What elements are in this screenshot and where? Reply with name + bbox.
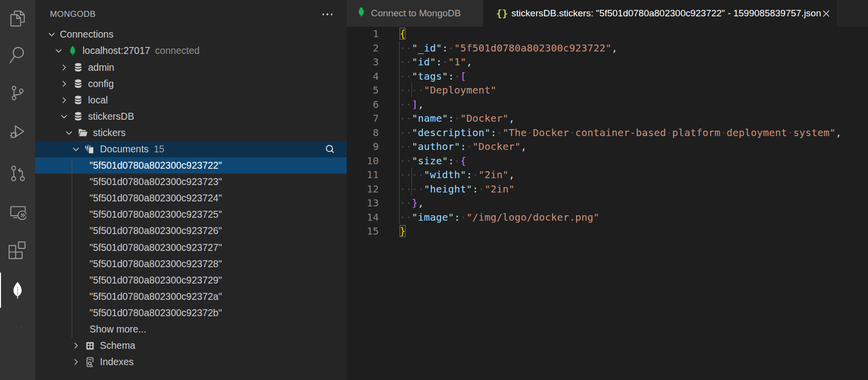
tree-item-5f501d0780a802300c923726[interactable]: "5f501d0780a802300c923726": [35, 223, 347, 239]
mongodb-leaf-icon: [358, 6, 365, 20]
code-line-12: ····"height":·"2in": [400, 182, 842, 196]
tree-item-label: "5f501d0780a802300c923727": [90, 242, 222, 253]
code-content[interactable]: {··"_id":·"5f501d0780a802300c923722",··"…: [400, 27, 842, 238]
tree-item-5f501d0780a802300c92372b[interactable]: "5f501d0780a802300c92372b": [35, 305, 347, 321]
whitespace-dots: ·: [454, 155, 460, 167]
line-number: 4: [347, 69, 379, 84]
mongodb-icon[interactable]: [8, 282, 26, 299]
tree-item-5f501d0780a802300c92372a[interactable]: "5f501d0780a802300c92372a": [35, 288, 347, 305]
token-key: "id": [411, 56, 436, 68]
line-number: 13: [347, 196, 379, 210]
tree-item-label: "5f501d0780a802300c923728": [90, 258, 222, 270]
whitespace-dots: ·: [472, 169, 478, 181]
tree-item-5f501d0780a802300c923729[interactable]: "5f501d0780a802300c923729": [35, 272, 347, 288]
token-pun: :: [466, 169, 472, 181]
tree-item-indexes[interactable]: Indexes: [35, 354, 347, 370]
mongodb-sidebar: MONGODB Connectionslocalhost:27017connec…: [35, 0, 347, 380]
database-icon: [73, 79, 83, 89]
whitespace-dots: ··: [400, 141, 411, 152]
token-key: "name": [411, 112, 448, 124]
whitespace-dots: ·: [569, 127, 575, 139]
more-actions-icon[interactable]: [322, 12, 336, 17]
extensions-icon[interactable]: [8, 241, 26, 259]
tab-bar: Connect to MongoDB {} stickersDB.sticker…: [347, 0, 868, 27]
tree-item-admin[interactable]: admin: [35, 59, 347, 75]
tree-item-5f501d0780a802300c923727[interactable]: "5f501d0780a802300c923727": [35, 239, 347, 256]
tree-item-label: Schema: [100, 340, 136, 351]
token-pun: :: [442, 42, 448, 54]
code-line-5: ····"Deployment": [400, 83, 842, 97]
tree-item-config[interactable]: config: [35, 76, 347, 92]
token-str: "2in": [484, 183, 514, 195]
token-str: "2in": [478, 169, 508, 181]
tab-connect-to-mongodb[interactable]: Connect to MongoDB: [347, 0, 483, 27]
search-icon[interactable]: [8, 47, 26, 64]
chevron-down-icon[interactable]: [71, 144, 81, 154]
token-str: deployment: [727, 127, 787, 139]
tree-item-stickersdb[interactable]: stickersDB: [35, 108, 347, 125]
tree-item-label: "5f501d0780a802300c923724": [90, 192, 222, 204]
chevron-right-icon[interactable]: [59, 95, 69, 105]
token-key: "author": [411, 141, 460, 152]
editor-group: Connect to MongoDB {} stickersDB.sticker…: [347, 0, 868, 380]
tree-item-localhost-27017[interactable]: localhost:27017connected: [35, 43, 347, 59]
chevron-right-icon[interactable]: [71, 341, 81, 351]
chevron-right-icon[interactable]: [59, 62, 69, 72]
chevron-down-icon[interactable]: [59, 111, 69, 121]
tree-item-documents[interactable]: Documents15: [35, 141, 347, 157]
line-number: 3: [347, 55, 379, 69]
schema-icon: [85, 341, 95, 351]
indent-guide: [399, 41, 400, 225]
tree-item-schema[interactable]: Schema: [35, 337, 347, 354]
tree-item-stickers[interactable]: stickers: [35, 125, 347, 141]
token-pun: ,: [418, 98, 424, 110]
tree-item-label: admin: [88, 62, 114, 73]
chevron-down-icon[interactable]: [46, 30, 56, 40]
token-b2: [: [460, 70, 466, 82]
token-key: "image": [411, 211, 454, 223]
line-number: 12: [347, 182, 379, 196]
whitespace-dots: ··: [400, 127, 411, 139]
remote-explorer-icon[interactable]: [8, 203, 26, 221]
line-number: 2: [347, 41, 379, 55]
documents-count: 15: [154, 143, 165, 155]
whitespace-dots: ·: [460, 211, 466, 223]
tree-item-show-more[interactable]: Show more...: [35, 321, 347, 337]
code-line-4: ··"tags":·[: [400, 69, 842, 84]
tree-item-5f501d0780a802300c923725[interactable]: "5f501d0780a802300c923725": [35, 206, 347, 223]
whitespace-dots: ·: [466, 141, 472, 152]
chevron-down-icon[interactable]: [53, 46, 63, 56]
indent-guide: [411, 83, 412, 97]
token-str: container-based: [575, 127, 666, 139]
tree-item-label: "5f501d0780a802300c923729": [90, 275, 222, 286]
indent-guide: [411, 168, 412, 196]
explorer-icon[interactable]: [8, 9, 26, 27]
token-pun: :: [448, 70, 454, 82]
token-str: Docker: [533, 127, 569, 139]
tree-item-5f501d0780a802300c923722[interactable]: "5f501d0780a802300c923722": [35, 157, 347, 174]
close-icon[interactable]: [822, 9, 830, 18]
chevron-right-icon[interactable]: [59, 79, 69, 89]
tree-item-connections[interactable]: Connections: [35, 26, 347, 43]
tab-stickers-json[interactable]: {} stickersDB.stickers: "5f501d0780a8023…: [483, 0, 837, 27]
chevron-right-icon[interactable]: [71, 357, 81, 367]
tree-item-label: Indexes: [100, 356, 134, 368]
token-str: "1": [448, 56, 466, 68]
search-icon[interactable]: [324, 143, 336, 155]
tree-item-5f501d0780a802300c923724[interactable]: "5f501d0780a802300c923724": [35, 190, 347, 206]
tree-item-5f501d0780a802300c923723[interactable]: "5f501d0780a802300c923723": [35, 174, 347, 190]
github-pull-requests-icon[interactable]: [8, 164, 26, 182]
tree-item-local[interactable]: local: [35, 92, 347, 108]
documents-icon: [85, 144, 95, 154]
run-debug-icon[interactable]: [8, 123, 26, 141]
token-pun: ,: [466, 56, 472, 68]
token-key: "width": [424, 169, 466, 181]
token-key: "tags": [411, 70, 448, 82]
chevron-down-icon[interactable]: [64, 128, 74, 138]
source-control-icon[interactable]: [8, 84, 26, 102]
whitespace-dots: ·: [721, 127, 727, 139]
tree-item-5f501d0780a802300c923728[interactable]: "5f501d0780a802300c923728": [35, 256, 347, 272]
whitespace-dots: ··: [400, 197, 411, 209]
code-line-3: ··"id":·"1",: [400, 55, 842, 69]
token-key: "_id": [411, 42, 442, 54]
